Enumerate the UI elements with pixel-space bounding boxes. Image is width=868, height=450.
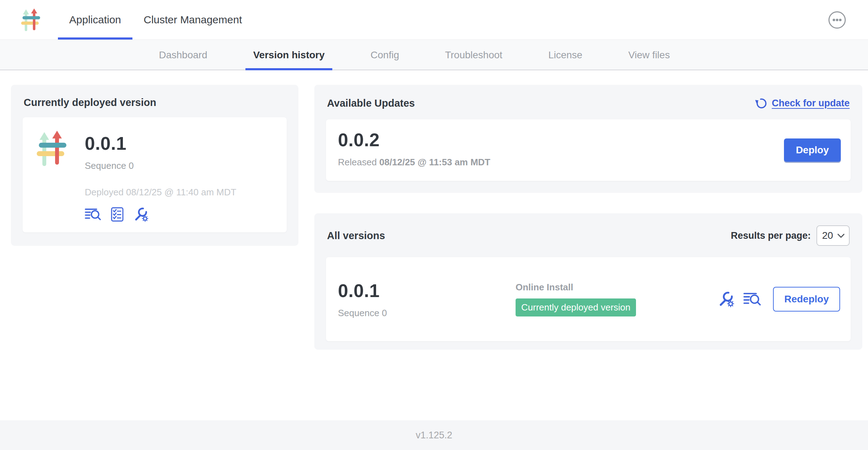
app-logo-icon xyxy=(35,128,70,169)
deploy-logs-icon[interactable] xyxy=(743,291,762,307)
subnav-view-files-label: View files xyxy=(628,49,670,61)
tab-application[interactable]: Application xyxy=(58,0,132,40)
all-versions-title: All versions xyxy=(327,230,385,242)
subnav-license-label: License xyxy=(548,49,583,61)
chevron-down-icon xyxy=(837,233,845,238)
tab-cluster-management-label: Cluster Management xyxy=(144,14,242,26)
available-updates-title: Available Updates xyxy=(327,97,415,109)
install-type-label: Online Install xyxy=(516,282,573,293)
redeploy-button[interactable]: Redeploy xyxy=(773,287,840,312)
header-tabs: Application Cluster Management xyxy=(58,0,253,40)
subnav-version-history-label: Version history xyxy=(253,49,325,61)
app-subnav: Dashboard Version history Config Trouble… xyxy=(0,40,868,70)
update-released-timestamp: Released 08/12/25 @ 11:53 am MDT xyxy=(338,157,839,168)
app-logo-icon[interactable] xyxy=(20,7,42,33)
row-version-sequence: Sequence 0 xyxy=(338,308,516,319)
subnav-troubleshoot-label: Troubleshoot xyxy=(445,49,502,61)
subnav-dashboard[interactable]: Dashboard xyxy=(151,40,215,70)
deploy-button[interactable]: Deploy xyxy=(784,138,841,162)
check-for-update-label: Check for update xyxy=(772,98,850,109)
released-date: 08/12/25 @ 11:53 am MDT xyxy=(379,157,490,167)
results-per-page-label: Results per page: xyxy=(731,230,811,241)
ellipsis-icon xyxy=(828,11,846,29)
current-version-number: 0.0.1 xyxy=(85,133,236,154)
all-versions-section: All versions Results per page: 20 0.0.1 … xyxy=(314,213,862,350)
currently-deployed-section: Currently deployed version 0.0.1 Sequenc… xyxy=(11,85,298,246)
check-for-update-link[interactable]: Check for update xyxy=(754,97,850,110)
top-nav-bar: Application Cluster Management xyxy=(0,0,868,40)
preflight-checks-icon[interactable] xyxy=(110,207,124,222)
overflow-menu-button[interactable] xyxy=(828,11,846,29)
currently-deployed-badge: Currently deployed version xyxy=(516,298,636,316)
subnav-troubleshoot[interactable]: Troubleshoot xyxy=(437,40,510,70)
subnav-view-files[interactable]: View files xyxy=(620,40,678,70)
update-version-number: 0.0.2 xyxy=(338,129,839,150)
view-config-icon[interactable] xyxy=(718,291,734,307)
tab-application-label: Application xyxy=(69,14,121,26)
subnav-license[interactable]: License xyxy=(541,40,590,70)
subnav-dashboard-label: Dashboard xyxy=(159,49,207,61)
tab-cluster-management[interactable]: Cluster Management xyxy=(132,0,253,40)
subnav-version-history[interactable]: Version history xyxy=(245,40,332,70)
row-version-number: 0.0.1 xyxy=(338,280,516,301)
currently-deployed-title: Currently deployed version xyxy=(24,97,286,108)
currently-deployed-card: 0.0.1 Sequence 0 Deployed 08/12/25 @ 11:… xyxy=(23,117,287,232)
current-version-actions xyxy=(85,207,236,222)
view-config-icon[interactable] xyxy=(133,207,149,222)
footer-bar: v1.125.2 xyxy=(0,420,868,450)
console-version-label: v1.125.2 xyxy=(416,430,452,441)
subnav-config-label: Config xyxy=(370,49,399,61)
available-updates-section: Available Updates Check for update 0.0.2… xyxy=(314,85,862,193)
refresh-icon xyxy=(754,97,767,110)
results-per-page-select[interactable]: 20 xyxy=(816,225,850,246)
available-update-card: 0.0.2 Released 08/12/25 @ 11:53 am MDT D… xyxy=(326,119,851,181)
subnav-config[interactable]: Config xyxy=(363,40,407,70)
current-version-sequence: Sequence 0 xyxy=(85,160,236,171)
results-per-page-value: 20 xyxy=(822,230,833,241)
deploy-logs-icon[interactable] xyxy=(85,207,102,222)
current-version-deployed-timestamp: Deployed 08/12/25 @ 11:40 am MDT xyxy=(85,187,236,198)
released-prefix: Released xyxy=(338,157,377,167)
version-row: 0.0.1 Sequence 0 Online Install Currentl… xyxy=(326,257,851,341)
